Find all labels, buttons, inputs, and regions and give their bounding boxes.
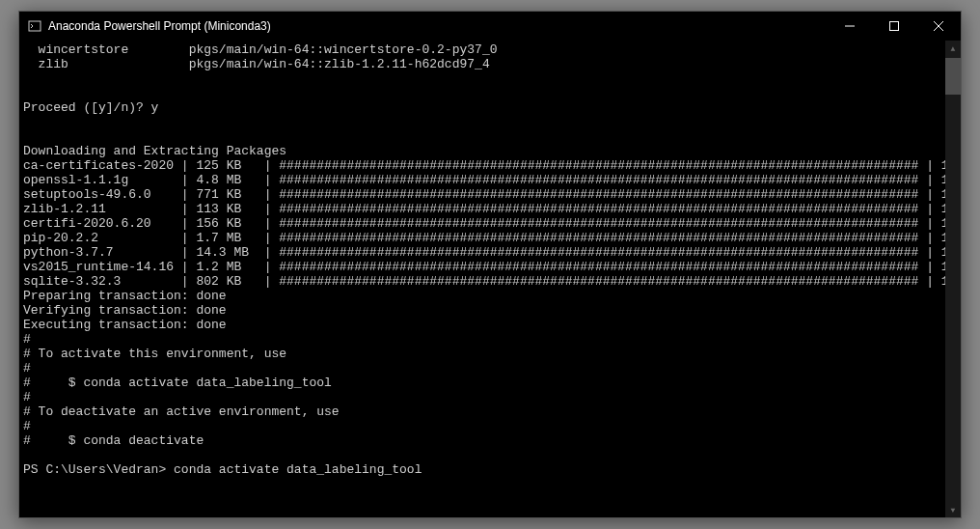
scrollbar[interactable]: ▲ ▼ bbox=[945, 41, 961, 517]
svg-rect-0 bbox=[29, 21, 41, 31]
titlebar[interactable]: Anaconda Powershell Prompt (Miniconda3) bbox=[19, 12, 961, 41]
terminal-area: wincertstore pkgs/main/win-64::wincertst… bbox=[19, 41, 961, 517]
window-title: Anaconda Powershell Prompt (Miniconda3) bbox=[48, 19, 828, 33]
maximize-button[interactable] bbox=[872, 12, 916, 41]
close-button[interactable] bbox=[916, 12, 961, 41]
scroll-up-button[interactable]: ▲ bbox=[945, 41, 961, 56]
terminal-window: Anaconda Powershell Prompt (Miniconda3) … bbox=[18, 11, 962, 518]
window-controls bbox=[828, 12, 961, 41]
scroll-thumb[interactable] bbox=[945, 58, 961, 95]
minimize-button[interactable] bbox=[828, 12, 872, 41]
app-icon bbox=[27, 18, 42, 34]
svg-rect-2 bbox=[890, 22, 899, 31]
terminal-output[interactable]: wincertstore pkgs/main/win-64::wincertst… bbox=[19, 41, 945, 517]
scroll-down-button[interactable]: ▼ bbox=[945, 502, 961, 517]
